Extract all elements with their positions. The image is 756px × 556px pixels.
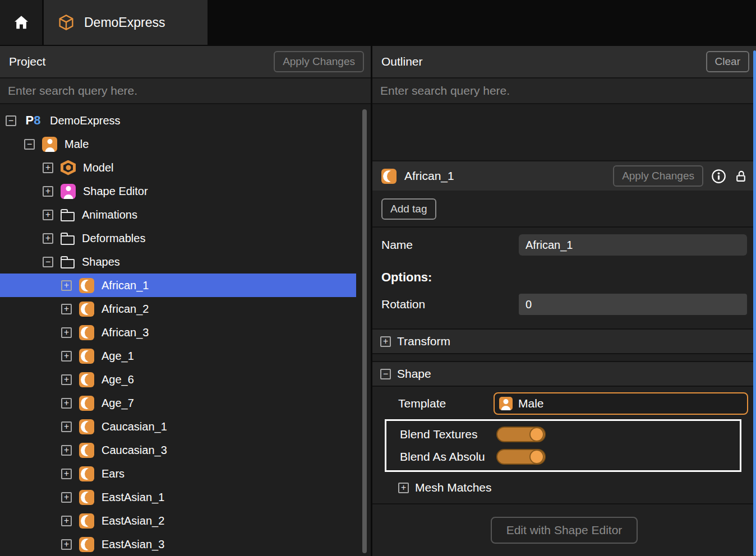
blend-as-absolute-toggle[interactable] [496,449,546,465]
expand-icon[interactable]: + [61,516,72,526]
shape-section-content: Template Male Blend Textures Blend As Ab… [372,387,756,503]
expand-icon[interactable]: + [43,186,53,197]
expand-icon[interactable]: + [61,539,72,550]
expand-icon[interactable]: + [61,304,72,314]
outliner-panel-title: Outliner [381,55,423,68]
expand-icon[interactable]: + [61,398,72,409]
app-tab-label: DemoExpress [84,15,165,30]
expand-icon[interactable]: + [43,233,53,244]
home-button[interactable] [0,0,42,45]
project-search-input[interactable] [0,84,371,98]
tree-item-caucasian-3[interactable]: +Caucasian_3 [0,438,356,462]
shape-icon [79,372,94,387]
expand-icon[interactable]: + [43,210,53,220]
tree-item-ears[interactable]: +Ears [0,462,356,485]
tree-item-model[interactable]: +Model [0,156,356,179]
mesh-matches-label: Mesh Matches [415,481,492,494]
tree-item-label: Age_6 [102,373,134,386]
tree-item-caucasian-1[interactable]: +Caucasian_1 [0,415,356,438]
tree-item-shape-editor[interactable]: +Shape Editor [0,179,356,203]
expand-icon[interactable]: + [61,469,72,479]
project-search-bar [0,77,371,104]
properties-body: Add tag Name Options: Rotation + Transfo… [372,191,756,556]
template-value: Male [518,397,544,410]
tree-item-label: African_3 [102,326,149,339]
name-input[interactable] [519,234,747,256]
shape-icon [79,302,94,317]
tree-item-label: Shape Editor [83,185,148,198]
expand-icon[interactable]: + [43,163,53,173]
shape-icon [79,490,94,505]
expand-icon[interactable]: + [61,351,72,362]
shape-icon [79,349,94,364]
shape-section-header[interactable]: − Shape [372,361,756,387]
mesh-matches-section-header[interactable]: + Mesh Matches [387,475,756,499]
tree-item-african-2[interactable]: +African_2 [0,297,356,321]
tree-item-demoexpress[interactable]: −P8DemoExpress [0,109,356,132]
template-field[interactable]: Male [494,392,748,415]
expand-icon[interactable]: + [380,336,391,347]
tree-item-age-1[interactable]: +Age_1 [0,344,356,368]
tree-item-african-1[interactable]: +African_1 [0,274,356,297]
properties-apply-changes-button[interactable]: Apply Changes [613,165,703,187]
expand-icon[interactable]: + [61,492,72,503]
add-tag-button[interactable]: Add tag [381,198,436,220]
person-icon [499,397,513,410]
tree-item-eastasian-1[interactable]: +EastAsian_1 [0,485,356,509]
outliner-search-input[interactable] [372,84,756,98]
rotation-label: Rotation [381,298,519,311]
tree-item-label: Shapes [82,256,120,268]
tree-item-age-6[interactable]: +Age_6 [0,368,356,391]
project-panel-header: Project Apply Changes [0,46,371,77]
tree-item-label: Male [64,138,89,151]
edit-with-shape-editor-button[interactable]: Edit with Shape Editor [491,517,638,544]
shape-icon [79,278,94,293]
expand-icon[interactable]: + [61,445,72,456]
outliner-panel-header: Outliner Clear [372,46,756,77]
expand-icon[interactable]: + [61,421,72,432]
main-area: Project Apply Changes −P8DemoExpress−Mal… [0,45,756,556]
tree-item-male[interactable]: −Male [0,132,356,156]
transform-section-label: Transform [397,335,450,348]
tree-item-african-3[interactable]: +African_3 [0,321,356,344]
home-icon [12,13,30,31]
collapse-icon[interactable]: − [6,115,16,126]
expand-icon[interactable]: + [398,483,409,493]
info-icon[interactable] [711,169,726,184]
collapse-icon[interactable]: − [24,139,35,150]
tree-item-age-7[interactable]: +Age_7 [0,391,356,415]
expand-icon[interactable]: + [61,327,72,338]
outliner-scrollbar-thumb[interactable] [753,50,756,556]
project-scrollbar-thumb[interactable] [362,109,367,553]
shape-icon [79,443,94,458]
shape-icon [79,513,94,529]
tree-item-eastasian-3[interactable]: +EastAsian_3 [0,532,356,556]
lock-icon[interactable] [734,169,748,183]
project-panel-title: Project [9,55,45,68]
template-row: Template Male [387,391,756,416]
p8-icon: P8 [24,114,43,127]
shape-section-label: Shape [397,367,431,381]
tree-item-deformables[interactable]: +Deformables [0,226,356,250]
template-label: Template [398,397,494,410]
project-apply-changes-button[interactable]: Apply Changes [274,51,364,72]
expand-icon[interactable]: + [61,374,72,385]
tree-item-animations[interactable]: +Animations [0,203,356,226]
collapse-icon[interactable]: − [43,257,53,267]
shape-icon [79,325,94,340]
transform-section-header[interactable]: + Transform [372,328,756,354]
shape-icon [79,419,94,434]
shape-icon [79,537,94,552]
app-tab[interactable]: DemoExpress [44,0,208,45]
clear-button[interactable]: Clear [706,51,749,72]
expand-icon[interactable]: + [61,280,72,291]
tree-item-label: Age_7 [102,397,134,410]
tree-item-eastasian-2[interactable]: +EastAsian_2 [0,509,356,532]
shape-icon [79,466,94,481]
tree-item-shapes[interactable]: −Shapes [0,250,356,274]
blend-options-highlight: Blend Textures Blend As Absolu [385,419,741,472]
rotation-input[interactable] [519,294,747,315]
collapse-icon[interactable]: − [380,369,391,379]
blend-textures-toggle[interactable] [496,427,546,442]
folder-icon [61,212,75,221]
